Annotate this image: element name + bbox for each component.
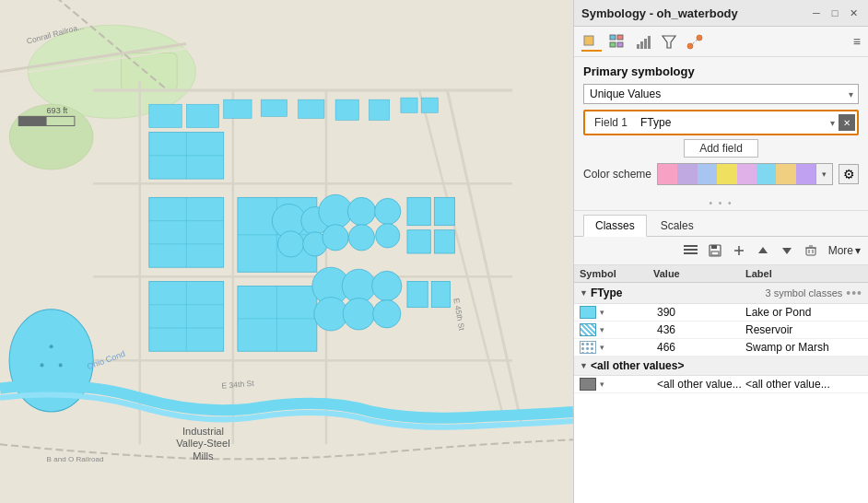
- classes-toolbar: More ▾: [574, 237, 868, 265]
- svg-rect-69: [18, 116, 46, 125]
- svg-rect-79: [584, 36, 593, 45]
- svg-point-65: [50, 345, 53, 348]
- symbol-swatch[interactable]: [580, 341, 596, 354]
- value-cell: 466: [653, 341, 745, 354]
- group-name: FType: [591, 287, 766, 299]
- graduated-icon[interactable]: [633, 31, 653, 52]
- svg-point-50: [375, 198, 401, 224]
- more-label: More: [828, 244, 853, 257]
- svg-point-44: [277, 231, 303, 257]
- hamburger-menu-icon[interactable]: ≡: [853, 34, 861, 49]
- all-other-values-group[interactable]: ▼ <all other values>: [574, 357, 868, 376]
- svg-text:693 ft: 693 ft: [47, 106, 68, 115]
- tab-scales[interactable]: Scales: [649, 215, 706, 236]
- list-view-button[interactable]: [681, 240, 701, 261]
- svg-rect-24: [421, 98, 438, 112]
- svg-rect-83: [617, 42, 623, 47]
- svg-rect-84: [637, 44, 639, 49]
- color-scheme-row: Color scheme ▾ ⚙: [583, 163, 859, 185]
- field1-row: Field 1 FType ✕: [583, 110, 859, 135]
- group-class-count: 3 symbol classes: [766, 287, 843, 298]
- svg-rect-60: [407, 230, 430, 253]
- symbol-cell: ▾: [580, 306, 653, 319]
- symbol-cell: ▾: [580, 323, 653, 336]
- classes-table[interactable]: Symbol Value Label ▼ FType 3 symbol clas…: [574, 265, 868, 503]
- svg-point-46: [319, 194, 352, 228]
- add-button[interactable]: [729, 240, 749, 261]
- symbology-icon[interactable]: [581, 31, 602, 52]
- svg-point-55: [314, 298, 347, 331]
- svg-rect-87: [648, 36, 651, 49]
- all-other-label-cell: <all other value...: [745, 378, 862, 391]
- label-header: Label: [745, 268, 862, 279]
- label-cell: Lake or Pond: [745, 306, 862, 319]
- svg-text:Mills: Mills: [193, 450, 214, 462]
- close-icon[interactable]: ✕: [846, 6, 861, 20]
- symbol-swatch[interactable]: [580, 323, 596, 336]
- svg-point-51: [376, 224, 400, 248]
- table-row[interactable]: ▾ 390 Lake or Pond: [574, 304, 868, 322]
- color-swatch-bar[interactable]: [658, 164, 815, 184]
- svg-point-49: [348, 225, 374, 251]
- svg-point-56: [343, 298, 374, 330]
- table-row[interactable]: ▾ 466 Swamp or Marsh: [574, 339, 868, 357]
- primary-symbology-section: Primary symbology Unique Values Single S…: [574, 57, 868, 196]
- symbol-dropdown-icon[interactable]: ▾: [600, 380, 604, 389]
- field1-clear-button[interactable]: ✕: [839, 114, 855, 131]
- delete-button[interactable]: [801, 240, 821, 261]
- symbol-cell: ▾: [580, 378, 653, 391]
- tab-classes[interactable]: Classes: [583, 215, 647, 237]
- float-icon[interactable]: □: [827, 6, 842, 20]
- color-scheme-gear-button[interactable]: ⚙: [839, 164, 859, 184]
- divider-dots: • • •: [574, 196, 868, 211]
- svg-rect-94: [684, 252, 698, 254]
- symbol-swatch[interactable]: [580, 378, 596, 391]
- svg-rect-58: [407, 197, 430, 225]
- symbol-swatch[interactable]: [580, 306, 596, 319]
- svg-rect-21: [335, 99, 358, 120]
- svg-point-67: [59, 363, 63, 367]
- all-other-values-row[interactable]: ▾ <all other value... <all other value..…: [574, 376, 868, 393]
- symbol-dropdown-icon[interactable]: ▾: [600, 308, 604, 317]
- symbol-dropdown-icon[interactable]: ▾: [600, 325, 604, 334]
- filter-icon[interactable]: [659, 31, 679, 52]
- all-other-value-cell: <all other value...: [653, 378, 745, 391]
- table-row[interactable]: ▾ 436 Reservoir: [574, 322, 868, 339]
- move-up-button[interactable]: [753, 240, 773, 261]
- svg-rect-102: [806, 248, 815, 255]
- svg-point-53: [342, 269, 375, 302]
- svg-rect-17: [186, 104, 218, 127]
- vary-icon[interactable]: [685, 31, 705, 52]
- categories-icon[interactable]: [607, 31, 628, 52]
- all-other-expand-icon: ▼: [580, 361, 591, 370]
- value-cell: 390: [653, 306, 745, 319]
- add-field-button[interactable]: Add field: [684, 139, 758, 158]
- symbol-dropdown-icon[interactable]: ▾: [600, 343, 604, 352]
- svg-rect-82: [610, 42, 616, 47]
- color-scheme-label: Color scheme: [583, 168, 651, 181]
- svg-rect-18: [224, 99, 252, 118]
- symbology-type-wrapper: Unique Values Single Symbol Graduated Co…: [583, 84, 859, 104]
- move-down-button[interactable]: [777, 240, 797, 261]
- symbology-type-select[interactable]: Unique Values Single Symbol Graduated Co…: [583, 84, 859, 104]
- color-scheme-dropdown-button[interactable]: ▾: [815, 164, 832, 184]
- map-view[interactable]: 693 ft Conrail Railroa... Ohio Cond B an…: [0, 0, 573, 503]
- svg-rect-86: [644, 39, 647, 49]
- value-cell: 436: [653, 323, 745, 336]
- save-button[interactable]: [705, 240, 725, 261]
- group-row[interactable]: ▼ FType 3 symbol classes •••: [574, 283, 868, 304]
- svg-rect-61: [434, 230, 454, 253]
- svg-rect-96: [711, 245, 717, 249]
- all-other-group-label: <all other values>: [591, 359, 862, 372]
- panel-title: Symbology - oh_waterbody: [581, 6, 738, 20]
- more-button[interactable]: More ▾: [828, 244, 861, 257]
- pin-icon[interactable]: ─: [809, 6, 824, 20]
- panel-header-icons: ─ □ ✕: [809, 6, 861, 20]
- svg-rect-80: [610, 35, 616, 40]
- svg-rect-62: [407, 281, 428, 307]
- svg-rect-20: [299, 99, 324, 118]
- field1-select[interactable]: FType: [635, 113, 839, 132]
- svg-rect-19: [261, 99, 287, 116]
- field1-label: Field 1: [587, 114, 635, 131]
- field1-select-wrapper: FType: [635, 113, 839, 132]
